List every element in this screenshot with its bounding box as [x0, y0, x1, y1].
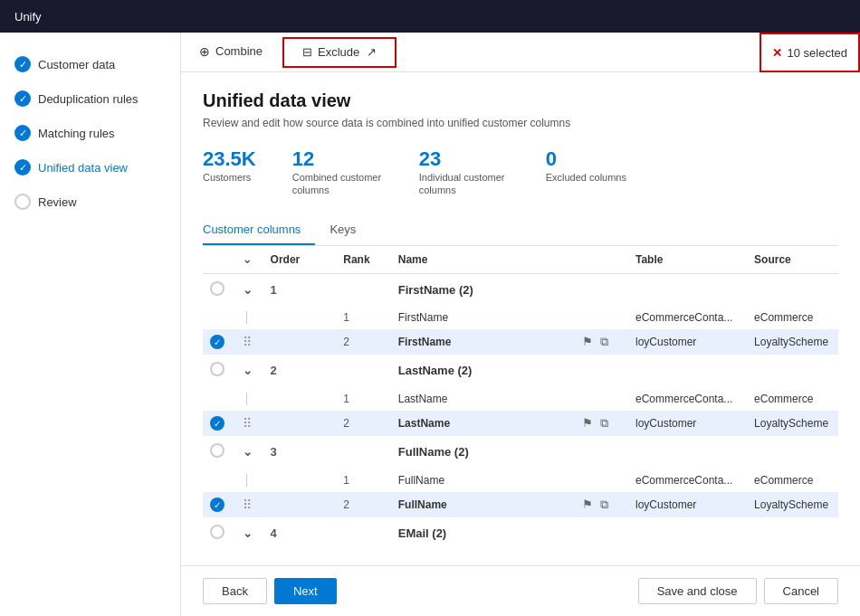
group-chevron-3[interactable]: ⌄ — [235, 517, 263, 549]
sidebar-item-matching[interactable]: ✓ Matching rules — [0, 116, 180, 150]
sidebar-item-customer-data[interactable]: ✓ Customer data — [0, 47, 180, 81]
group-rank-empty-2 — [336, 436, 391, 468]
chevron-down-icon: ⌄ — [243, 253, 252, 266]
stat-label-3: Excluded columns — [546, 171, 626, 184]
toolbar: ⊕ Combine ⊟ Exclude ↗ ✕ 10 selected — [181, 33, 860, 72]
sub-name-1-1: LastName — [391, 386, 574, 411]
table-row: ⌄ 2 LastName (2) — [203, 355, 838, 386]
group-chevron-1[interactable]: ⌄ — [235, 355, 263, 386]
sub-rank-2-2: 2 — [336, 492, 391, 517]
table-row: ⠿ 2 FirstName ⚑ ⧉ loyCustomer LoyaltySch… — [203, 329, 838, 355]
page-title: Unified data view — [203, 90, 838, 111]
combine-button[interactable]: ⊕ Combine — [181, 33, 281, 71]
selected-count: 10 selected — [788, 46, 848, 60]
tab-customer-columns[interactable]: Customer columns — [203, 215, 315, 245]
save-close-button[interactable]: Save and close — [638, 578, 757, 604]
person-icon-0-2: ⚑ — [582, 335, 593, 348]
sub-rank-1-2: 2 — [336, 411, 391, 436]
group-chevron-0[interactable]: ⌄ — [235, 273, 263, 306]
sidebar-item-dedup[interactable]: ✓ Deduplication rules — [0, 81, 180, 116]
sub-table-0-1: eCommerceContа... — [628, 306, 747, 330]
sub-source-1-1: eCommerce — [747, 386, 838, 411]
th-source: Source — [747, 246, 838, 274]
group-order-2: 3 — [263, 436, 337, 468]
group-name-0: FirstName (2) — [391, 273, 838, 306]
sidebar-circle-4 — [14, 194, 31, 210]
data-table: ⌄ Order Rank Name Table Source — [203, 246, 838, 549]
copy-icon-1-2: ⧉ — [600, 416, 608, 430]
group-name-1: LastName (2) — [391, 355, 838, 386]
sub-drag-0-2[interactable]: ⠿ — [235, 329, 263, 355]
th-rank: Rank — [336, 246, 391, 274]
combine-label: Combine — [215, 44, 263, 58]
exclude-icon: ⊟ — [302, 45, 312, 59]
cancel-button[interactable]: Cancel — [764, 578, 838, 604]
group-radio-1[interactable] — [203, 355, 235, 386]
group-radio-3[interactable] — [203, 517, 235, 549]
sidebar-item-unified[interactable]: ✓ Unified data view — [0, 150, 180, 185]
sub-source-0-2: LoyaltyScheme — [747, 329, 838, 355]
sidebar-label-1: Deduplication rules — [38, 92, 139, 106]
sub-name-1-2: LastName — [391, 411, 574, 436]
sidebar-check-3: ✓ — [14, 159, 31, 175]
tab-keys[interactable]: Keys — [330, 215, 370, 245]
sub-vline-2-1 — [235, 468, 263, 492]
group-order-3: 4 — [263, 517, 337, 549]
sub-rank-0-1: 1 — [336, 306, 391, 330]
stat-excluded: 0 Excluded columns — [546, 147, 626, 197]
sub-rank-1-1: 1 — [336, 386, 391, 411]
sub-table-0-2: loyCustomer — [628, 329, 747, 355]
group-radio-2[interactable] — [203, 436, 235, 468]
top-bar: Unify — [0, 0, 860, 33]
sub-check-1-2[interactable] — [203, 411, 235, 436]
sidebar: ✓ Customer data ✓ Deduplication rules ✓ … — [0, 33, 181, 616]
tabs: Customer columns Keys — [203, 215, 838, 246]
sub-order-1-2 — [263, 411, 337, 436]
th-icons — [573, 246, 628, 274]
sub-order-2-2 — [263, 492, 337, 517]
sub-drag-2-2[interactable]: ⠿ — [235, 492, 263, 517]
stat-combined: 12 Combined customer columns — [292, 147, 383, 197]
back-button[interactable]: Back — [203, 578, 267, 604]
sub-check-2-2[interactable] — [203, 492, 235, 517]
sub-icons-2-2: ⚑ ⧉ — [573, 492, 628, 517]
sub-order-0-1 — [263, 306, 337, 330]
person-icon-2-2: ⚑ — [582, 498, 593, 511]
footer: Back Next Save and close Cancel — [181, 565, 860, 616]
app-title: Unify — [14, 10, 42, 24]
group-rank-empty-0 — [336, 273, 391, 306]
stat-individual: 23 Individual customer columns — [419, 147, 510, 197]
group-radio-0[interactable] — [203, 273, 235, 306]
exclude-button[interactable]: ⊟ Exclude ↗ — [282, 37, 397, 68]
table-row: 1 LastName eCommerceContа... eCommerce — [203, 386, 838, 411]
sub-table-1-1: eCommerceContа... — [628, 386, 747, 411]
sidebar-check-2: ✓ — [14, 125, 31, 141]
layout: ✓ Customer data ✓ Deduplication rules ✓ … — [0, 33, 860, 616]
sub-order-2-1 — [263, 468, 337, 492]
th-order: Order — [263, 246, 337, 274]
sub-vline-1-1 — [235, 386, 263, 411]
table-row: 1 FullName eCommerceContа... eCommerce — [203, 468, 838, 492]
sidebar-item-review[interactable]: Review — [0, 185, 180, 219]
footer-left: Back Next — [203, 578, 337, 604]
th-table: Table — [628, 246, 747, 274]
sub-drag-1-2[interactable]: ⠿ — [235, 411, 263, 436]
th-check — [203, 246, 235, 274]
sub-table-2-2: loyCustomer — [628, 492, 747, 517]
sub-icons-0-2: ⚑ ⧉ — [573, 329, 628, 355]
sub-rank-2-1: 1 — [336, 468, 391, 492]
table-row: ⠿ 2 LastName ⚑ ⧉ loyCustomer LoyaltySche… — [203, 411, 838, 436]
stats-section: 23.5K Customers 12 Combined customer col… — [203, 147, 838, 197]
group-chevron-2[interactable]: ⌄ — [235, 436, 263, 468]
sub-source-1-2: LoyaltyScheme — [747, 411, 838, 436]
stat-value-0: 23.5K — [203, 147, 256, 171]
table-row: ⠿ 2 FullName ⚑ ⧉ loyCustomer LoyaltySche… — [203, 492, 838, 517]
next-button[interactable]: Next — [274, 578, 337, 604]
th-sort: ⌄ — [235, 246, 263, 274]
table-container: ⌄ Order Rank Name Table Source — [203, 246, 838, 549]
stat-label-2: Individual customer columns — [419, 171, 510, 197]
sub-check-0-2[interactable] — [203, 329, 235, 355]
sub-vline-0-1 — [235, 306, 263, 330]
sub-source-0-1: eCommerce — [747, 306, 838, 330]
sidebar-label-2: Matching rules — [38, 127, 115, 140]
